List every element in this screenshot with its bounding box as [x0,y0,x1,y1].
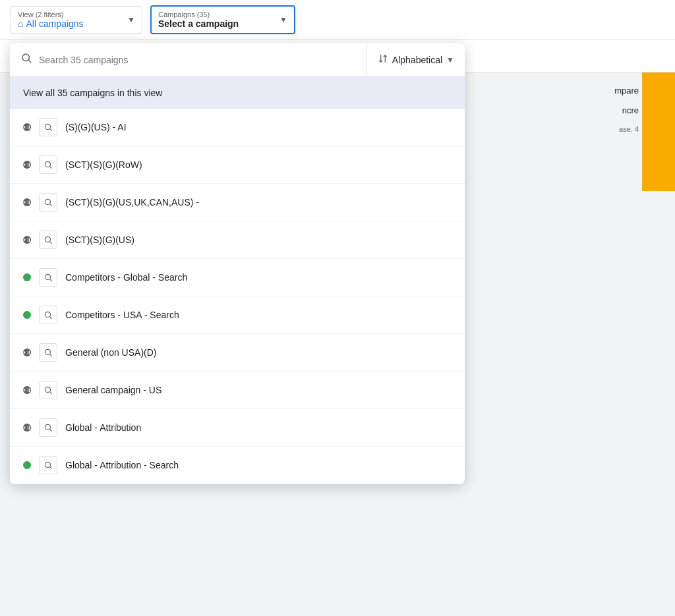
svg-rect-14 [24,238,24,240]
campaign-label-main: Select a campaign [158,18,274,29]
campaign-item[interactable]: Global - Attribution [10,409,465,447]
status-dot [23,161,31,169]
campaign-label-small: Campaigns (35) [158,11,274,18]
campaign-name: Global - Attribution [65,422,141,433]
svg-rect-26 [24,389,24,391]
status-dot [23,461,31,469]
campaign-dropdown: Alphabetical ▼ View all 35 campaigns in … [10,43,465,484]
view-selector[interactable]: View (2 filters) ⌂ All campaigns ▼ [11,6,142,34]
svg-rect-30 [24,426,24,428]
sort-section[interactable]: Alphabetical ▼ [367,44,465,76]
svg-rect-6 [24,163,24,165]
campaign-name: (SCT)(S)(G)(US,UK,CAN,AUS) - [65,197,199,208]
campaign-item[interactable]: Global - Attribution - Search [10,447,465,484]
incre-text: ncre [622,105,639,115]
campaign-item[interactable]: General campaign - US [10,372,465,409]
svg-line-5 [50,129,52,131]
view-label-small: View (2 filters) [18,11,122,18]
compare-text: mpare [614,86,639,96]
campaign-type-icon [39,193,57,211]
status-dot [23,386,31,394]
svg-rect-3 [24,126,25,128]
campaign-selector-chevron: ▼ [279,15,287,24]
svg-rect-22 [24,351,24,353]
dropdown-search-row: Alphabetical ▼ [10,43,465,77]
main-content: Overview mpare ncre ase. 4 [0,72,675,616]
search-input[interactable] [39,55,356,65]
campaign-name: (S)(G)(US) - AI [65,122,127,132]
campaign-type-icon [39,118,57,136]
campaign-name: General campaign - US [65,385,161,395]
svg-rect-23 [24,351,25,353]
campaign-item[interactable]: (SCT)(S)(G)(US) [10,221,465,259]
gold-bar [642,72,675,191]
status-dot [23,311,31,319]
campaign-item[interactable]: (SCT)(S)(G)(RoW) [10,146,465,184]
svg-line-9 [50,167,52,169]
campaign-list: (S)(G)(US) - AI (SCT)(S)(G)(RoW) (SCT)(S… [10,109,465,484]
sort-label: Alphabetical [392,55,442,65]
campaign-name: General (non USA)(D) [65,347,157,358]
sort-icon [378,53,388,67]
view-selector-inner: View (2 filters) ⌂ All campaigns [18,11,122,29]
search-section [10,43,367,76]
view-all-row[interactable]: View all 35 campaigns in this view [10,77,465,109]
svg-rect-7 [24,163,25,165]
svg-line-33 [50,430,52,432]
svg-rect-27 [24,389,25,391]
campaign-item[interactable]: Competitors - Global - Search [10,259,465,296]
campaign-selector[interactable]: Campaigns (35) Select a campaign ▼ [150,5,295,34]
svg-line-1 [28,60,30,62]
campaign-type-icon [39,456,57,474]
svg-line-29 [50,392,52,394]
svg-rect-31 [24,426,25,428]
campaign-type-icon [39,155,57,174]
campaign-name: Competitors - Global - Search [65,272,187,283]
svg-rect-2 [24,126,24,128]
svg-line-17 [50,242,52,244]
campaign-selector-inner: Campaigns (35) Select a campaign [158,11,274,29]
campaign-item[interactable]: Competitors - USA - Search [10,296,465,334]
status-dot [23,236,31,244]
campaign-type-icon [39,381,57,399]
campaign-type-icon [39,418,57,437]
campaign-item[interactable]: (SCT)(S)(G)(US,UK,CAN,AUS) - [10,184,465,221]
campaign-type-icon [39,343,57,362]
svg-rect-15 [24,238,25,240]
status-dot [23,198,31,206]
top-bar: View (2 filters) ⌂ All campaigns ▼ Campa… [0,0,675,40]
status-dot [23,123,31,131]
svg-rect-11 [24,201,25,203]
status-dot [23,349,31,356]
campaign-name: Competitors - USA - Search [65,310,179,320]
campaign-name: Global - Attribution - Search [65,460,179,470]
campaign-name: (SCT)(S)(G)(RoW) [65,159,142,170]
svg-line-21 [50,317,52,319]
view-selector-chevron: ▼ [127,15,135,24]
svg-rect-10 [24,201,24,203]
svg-line-19 [50,279,52,281]
campaign-item[interactable]: (S)(G)(US) - AI [10,109,465,146]
home-icon: ⌂ [18,18,23,29]
campaign-item[interactable]: General (non USA)(D) [10,334,465,372]
view-label-main: ⌂ All campaigns [18,18,122,29]
campaign-type-icon [39,268,57,287]
status-dot [23,273,31,281]
ase-text: ase. 4 [619,125,639,133]
search-icon [20,52,32,67]
campaign-name: (SCT)(S)(G)(US) [65,235,134,245]
svg-line-13 [50,204,52,206]
content-area: mpare ncre ase. 4 [171,72,675,616]
svg-line-25 [50,354,52,356]
svg-line-35 [50,467,52,469]
status-dot [23,424,31,432]
campaign-type-icon [39,306,57,324]
campaign-type-icon [39,231,57,249]
sort-chevron: ▼ [446,55,454,65]
